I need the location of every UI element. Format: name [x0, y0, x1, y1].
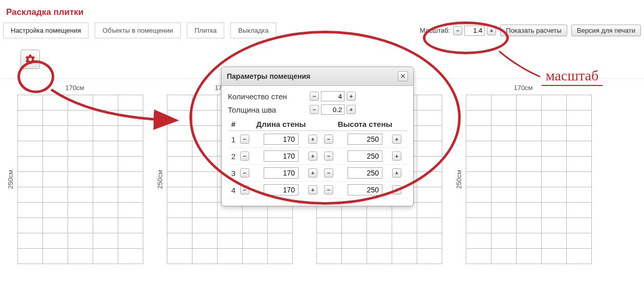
right-controls: Масштаб: − + Показать расчеты Версия для…: [420, 25, 641, 36]
height-minus-button[interactable]: −: [324, 151, 333, 161]
row-num: 3: [228, 165, 239, 182]
tab-room-settings[interactable]: Настройка помещения: [3, 23, 89, 38]
wall-side-label: 250см: [7, 170, 14, 189]
wall-panel-1: 170см 250см: [0, 84, 149, 264]
annotation-label: масштаб: [542, 68, 603, 86]
scale-minus-button[interactable]: −: [453, 26, 462, 35]
wall-side-label: 250см: [156, 170, 164, 189]
col-num-header: #: [228, 118, 239, 131]
print-version-button[interactable]: Версия для печати: [571, 25, 641, 36]
height-input[interactable]: [348, 150, 382, 162]
wall-count-minus-button[interactable]: −: [310, 92, 319, 101]
gear-icon: [25, 54, 36, 65]
tabs-row: Настройка помещения Объекты в помещении …: [0, 23, 644, 38]
height-input[interactable]: [348, 134, 382, 145]
col-length-header: Длина стены: [239, 118, 323, 131]
wall-panel-4: 170см 250см: [448, 84, 598, 264]
length-input[interactable]: [264, 134, 298, 145]
tile-grid[interactable]: [466, 95, 592, 264]
height-plus-button[interactable]: +: [392, 151, 401, 161]
table-row: 2 − + − +: [228, 148, 407, 165]
row-num: 4: [228, 182, 239, 199]
length-minus-button[interactable]: −: [240, 151, 249, 161]
tab-objects[interactable]: Объекты в помещении: [95, 23, 181, 38]
dialog-body: Количество стен − + Толщина шва − + # Дл…: [222, 86, 413, 206]
height-input[interactable]: [348, 184, 382, 195]
wall-count-input[interactable]: [321, 91, 345, 101]
length-plus-button[interactable]: +: [308, 185, 317, 194]
tile-grid[interactable]: [17, 95, 143, 264]
wall-top-label: 170см: [513, 84, 532, 92]
length-minus-button[interactable]: −: [240, 168, 249, 178]
height-plus-button[interactable]: +: [392, 135, 401, 144]
wall-dimensions-table: # Длина стены Высота стены 1 − + − + 2: [228, 118, 407, 199]
length-minus-button[interactable]: −: [240, 135, 249, 144]
scale-label: Масштаб:: [420, 27, 450, 34]
height-minus-button[interactable]: −: [324, 185, 333, 194]
wall-top-label: 170см: [65, 84, 84, 92]
length-input[interactable]: [264, 184, 298, 195]
length-plus-button[interactable]: +: [308, 168, 317, 178]
length-plus-button[interactable]: +: [308, 135, 317, 144]
height-plus-button[interactable]: +: [392, 168, 401, 178]
page-title: Раскладка плитки: [0, 0, 644, 23]
wall-count-label: Количество стен: [228, 92, 310, 101]
seam-plus-button[interactable]: +: [347, 105, 356, 114]
dialog-close-button[interactable]: ✕: [398, 71, 408, 81]
dialog-header[interactable]: Параметры помещения ✕: [222, 67, 413, 86]
row-num: 1: [228, 131, 239, 148]
height-minus-button[interactable]: −: [324, 168, 333, 178]
row-num: 2: [228, 148, 239, 165]
show-calc-button[interactable]: Показать расчеты: [500, 25, 567, 36]
scale-input[interactable]: [464, 26, 485, 36]
scale-plus-button[interactable]: +: [487, 26, 496, 35]
table-row: 4 − + − +: [228, 182, 407, 199]
room-params-dialog[interactable]: Параметры помещения ✕ Количество стен − …: [221, 67, 414, 206]
tab-layout[interactable]: Выкладка: [230, 23, 276, 38]
length-input[interactable]: [264, 150, 298, 162]
height-minus-button[interactable]: −: [324, 135, 333, 144]
tab-tile[interactable]: Плитка: [187, 23, 224, 38]
table-row: 1 − + − +: [228, 131, 407, 148]
height-plus-button[interactable]: +: [392, 185, 401, 194]
length-minus-button[interactable]: −: [240, 185, 249, 194]
dialog-title: Параметры помещения: [227, 72, 310, 80]
seam-label: Толщина шва: [228, 105, 310, 114]
wall-side-label: 250см: [455, 170, 463, 189]
col-height-header: Высота стены: [323, 118, 407, 131]
seam-input[interactable]: [321, 104, 345, 115]
height-input[interactable]: [348, 167, 382, 179]
length-input[interactable]: [264, 167, 298, 179]
seam-minus-button[interactable]: −: [310, 105, 319, 114]
close-icon: ✕: [400, 73, 405, 80]
table-row: 3 − + − +: [228, 165, 407, 182]
length-plus-button[interactable]: +: [308, 151, 317, 161]
wall-count-plus-button[interactable]: +: [347, 92, 356, 101]
gear-button[interactable]: [20, 50, 40, 69]
